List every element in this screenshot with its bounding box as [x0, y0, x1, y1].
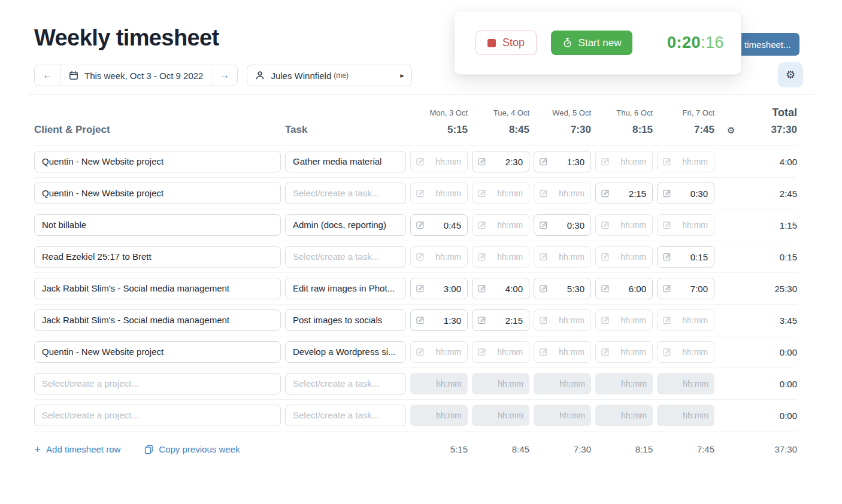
time-cell[interactable]: 5:30: [534, 278, 591, 299]
edit-icon: [540, 189, 548, 198]
edit-icon: [478, 221, 486, 229]
project-input[interactable]: Quentin - New Website project: [34, 341, 281, 363]
time-cell[interactable]: 0:30: [657, 183, 714, 204]
task-input[interactable]: Select/create a task...: [285, 183, 406, 204]
add-timesheet-row-button[interactable]: + Add timesheet row: [34, 444, 120, 455]
timesheet-row: Jack Rabbit Slim's - Social media manage…: [34, 305, 797, 336]
time-cell[interactable]: hh:mm: [472, 341, 529, 363]
time-cell[interactable]: hh:mm: [595, 151, 653, 172]
person-me-suffix: (me): [334, 71, 349, 80]
edit-icon: [416, 284, 425, 293]
time-cell[interactable]: hh:mm: [472, 246, 529, 268]
time-cell[interactable]: hh:mm: [534, 309, 591, 331]
time-cell[interactable]: 0:15: [657, 246, 714, 268]
time-cell[interactable]: 6:00: [595, 278, 653, 299]
arrow-left-icon: ←: [43, 69, 53, 81]
project-input[interactable]: Jack Rabbit Slim's - Social media manage…: [34, 278, 281, 299]
task-input[interactable]: Admin (docs, reporting): [285, 214, 406, 236]
time-cell[interactable]: hh:mm: [410, 183, 468, 204]
timer-seconds: :16: [701, 34, 724, 51]
project-input[interactable]: Quentin - New Website project: [34, 151, 281, 172]
time-cell[interactable]: 2:15: [472, 309, 529, 331]
task-input[interactable]: Select/create a task...: [285, 373, 406, 394]
time-cell[interactable]: hh:mm: [595, 246, 653, 268]
settings-button[interactable]: ⚙: [778, 62, 803, 87]
edit-icon: [416, 157, 425, 166]
edit-icon: [601, 189, 610, 198]
day-total-header: 8:45: [472, 124, 529, 136]
day-total-header: 7:30: [534, 124, 591, 136]
person-selector[interactable]: Jules Winnfield (me) ▸: [247, 65, 412, 86]
stop-button[interactable]: Stop: [475, 31, 537, 55]
time-cell[interactable]: 0:45: [410, 214, 468, 236]
time-cell[interactable]: 0:30: [534, 214, 591, 236]
task-input[interactable]: Gather media material: [285, 151, 406, 172]
time-cell[interactable]: hh:mm: [657, 151, 714, 172]
edit-icon: [416, 348, 425, 356]
columns-settings-icon[interactable]: ⚙: [727, 126, 735, 135]
footer-day-total: 7:45: [657, 444, 714, 454]
timer-display: 0:20:16: [667, 34, 724, 52]
time-cell[interactable]: hh:mm: [595, 214, 653, 236]
time-cell[interactable]: 2:15: [595, 183, 653, 204]
day-header: Thu, 6 Oct: [595, 108, 653, 117]
grand-total-header: 37:30: [771, 124, 797, 136]
next-week-button[interactable]: →: [211, 65, 237, 86]
time-cell: hh:mm: [595, 405, 653, 426]
time-cell[interactable]: hh:mm: [595, 309, 653, 331]
controls-row: ← This week, Oct 3 - Oct 9 2022 → Jules …: [34, 65, 412, 86]
row-total: 0:00: [719, 379, 797, 389]
edit-icon: [663, 253, 671, 261]
time-cell[interactable]: hh:mm: [657, 341, 714, 363]
task-input[interactable]: Edit raw images in Phot...: [285, 278, 406, 299]
timesheet-row: Select/create a project...Select/create …: [34, 400, 797, 432]
edit-icon: [601, 284, 610, 293]
task-input[interactable]: Select/create a task...: [285, 405, 406, 426]
project-input[interactable]: Quentin - New Website project: [34, 183, 281, 204]
task-input[interactable]: Select/create a task...: [285, 246, 406, 268]
timesheet-action-button[interactable]: timesheet...: [736, 33, 799, 56]
time-cell[interactable]: hh:mm: [410, 246, 468, 268]
week-selector[interactable]: This week, Oct 3 - Oct 9 2022: [60, 65, 211, 86]
time-cell[interactable]: hh:mm: [472, 183, 529, 204]
time-cell[interactable]: hh:mm: [657, 214, 714, 236]
stop-icon: [487, 39, 496, 47]
time-cell[interactable]: hh:mm: [657, 309, 714, 331]
copy-previous-week-button[interactable]: Copy previous week: [144, 444, 240, 454]
time-cell[interactable]: hh:mm: [472, 214, 529, 236]
footer-day-total: 7:30: [534, 444, 591, 454]
time-cell[interactable]: 3:00: [410, 278, 468, 299]
edit-icon: [601, 316, 610, 324]
task-column-header: Task: [285, 124, 406, 136]
time-cell[interactable]: hh:mm: [410, 341, 468, 363]
time-cell[interactable]: 1:30: [534, 151, 591, 172]
time-cell[interactable]: hh:mm: [595, 341, 653, 363]
project-input[interactable]: Read Ezekiel 25:17 to Brett: [34, 246, 281, 268]
time-cell[interactable]: 2:30: [472, 151, 529, 172]
edit-icon: [663, 157, 671, 166]
gear-icon: ⚙: [786, 68, 795, 81]
timesheet-row: Read Ezekiel 25:17 to BrettSelect/create…: [34, 241, 797, 273]
edit-icon: [478, 284, 486, 293]
row-total: 1:15: [719, 220, 797, 230]
project-input[interactable]: Select/create a project...: [34, 405, 281, 426]
time-cell[interactable]: hh:mm: [534, 246, 591, 268]
previous-week-button[interactable]: ←: [35, 65, 60, 86]
project-input[interactable]: Jack Rabbit Slim's - Social media manage…: [34, 309, 281, 331]
time-cell[interactable]: hh:mm: [534, 341, 591, 363]
time-cell: hh:mm: [595, 373, 653, 394]
task-input[interactable]: Develop a Wordpress si...: [285, 341, 406, 363]
time-cell[interactable]: hh:mm: [534, 183, 591, 204]
edit-icon: [601, 157, 610, 166]
time-cell[interactable]: 7:00: [657, 278, 714, 299]
time-cell[interactable]: 4:00: [472, 278, 529, 299]
start-new-button[interactable]: Start new: [551, 31, 632, 55]
edit-icon: [540, 157, 548, 166]
row-total: 0:00: [719, 411, 797, 421]
time-cell[interactable]: hh:mm: [410, 151, 468, 172]
project-input[interactable]: Select/create a project...: [34, 373, 281, 394]
project-input[interactable]: Not billable: [34, 214, 281, 236]
task-input[interactable]: Post images to socials: [285, 309, 406, 331]
caret-right-icon: ▸: [400, 71, 404, 80]
time-cell[interactable]: 1:30: [410, 309, 468, 331]
